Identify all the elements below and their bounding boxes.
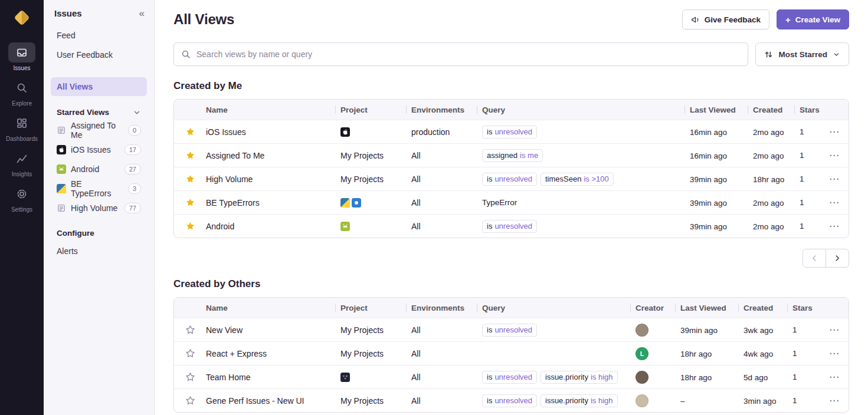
- table-row[interactable]: Assigned To Me My Projects All assignedi…: [174, 143, 849, 167]
- row-menu-button[interactable]: ⋯: [827, 322, 842, 337]
- nav-label: Issues: [14, 65, 31, 71]
- environments-cell: All: [411, 396, 482, 406]
- list-icon: [57, 203, 66, 213]
- sidebar-item-high-volume[interactable]: High Volume 77: [51, 199, 147, 217]
- sidebar-item-ios-issues[interactable]: iOS Issues 17: [51, 141, 147, 159]
- nav-issues[interactable]: Issues: [2, 42, 41, 71]
- sidebar-item-android[interactable]: Android 27: [51, 160, 147, 178]
- row-menu-button[interactable]: ⋯: [827, 148, 842, 163]
- environments-cell: All: [411, 151, 482, 160]
- next-page-button[interactable]: [826, 249, 849, 268]
- row-menu-button[interactable]: ⋯: [827, 172, 842, 186]
- org-logo[interactable]: [11, 7, 32, 28]
- row-menu-button[interactable]: ⋯: [827, 393, 842, 408]
- starred-views-section-header[interactable]: Starred Views: [51, 108, 147, 117]
- star-outline-icon: [185, 372, 195, 382]
- sidebar-item-label: All Views: [57, 82, 93, 91]
- star-toggle[interactable]: [184, 220, 196, 232]
- count-badge: 77: [125, 203, 141, 213]
- query-cell: isunresolved: [482, 324, 636, 337]
- star-toggle[interactable]: [184, 173, 196, 185]
- sidebar-item-alerts[interactable]: Alerts: [51, 242, 147, 260]
- creator-avatar: [636, 371, 648, 384]
- table-row[interactable]: High Volume My Projects All isunresolved…: [174, 167, 849, 190]
- last-viewed: 16min ago: [690, 128, 727, 137]
- star-outline-icon: [185, 325, 195, 335]
- table-header-row: Name Project Environments Query Last Vie…: [174, 100, 849, 120]
- issues-icon: [8, 42, 35, 62]
- table-row[interactable]: Team Home All isunresolved issue.priorit…: [174, 365, 849, 388]
- project-cell: My Projects: [340, 349, 411, 358]
- creator-avatar: [636, 324, 648, 337]
- row-menu-button[interactable]: ⋯: [827, 346, 842, 361]
- stars-count: 1: [800, 151, 827, 160]
- last-viewed: 39min ago: [680, 326, 718, 335]
- view-name: Assigned To Me: [206, 151, 340, 160]
- collapse-sidebar-button[interactable]: «: [139, 8, 145, 18]
- insights-icon: [8, 149, 35, 169]
- stars-count: 1: [792, 325, 827, 334]
- star-toggle[interactable]: [184, 149, 196, 162]
- view-name: BE TypeErrors: [206, 198, 340, 208]
- nav-dashboards[interactable]: Dashboards: [2, 113, 41, 142]
- button-label: Create View: [795, 15, 840, 24]
- give-feedback-button[interactable]: Give Feedback: [682, 9, 769, 29]
- nav-explore[interactable]: Explore: [2, 78, 41, 107]
- row-menu-button[interactable]: ⋯: [827, 195, 842, 210]
- nav-settings[interactable]: Settings: [2, 184, 41, 213]
- table-row[interactable]: Android All isunresolved 39min ago 2mo a…: [174, 214, 849, 238]
- table-row[interactable]: New View My Projects All isunresolved 39…: [174, 318, 849, 341]
- query-token: isunresolved: [482, 220, 537, 233]
- sidebar-item-feed[interactable]: Feed: [51, 27, 147, 44]
- sidebar-item-user-feedback[interactable]: User Feedback: [51, 46, 147, 64]
- megaphone-icon: [691, 15, 700, 24]
- view-name: Android: [206, 222, 340, 231]
- search-bar[interactable]: [173, 42, 748, 66]
- create-view-button[interactable]: + Create View: [777, 9, 849, 29]
- project-cell: My Projects: [340, 151, 411, 160]
- star-toggle[interactable]: [184, 324, 196, 336]
- table-row[interactable]: BE TypeErrors All TypeError 39min ago 2m…: [174, 190, 849, 214]
- search-input[interactable]: [196, 50, 741, 59]
- sort-dropdown[interactable]: Most Starred: [755, 42, 849, 66]
- nav-insights[interactable]: Insights: [2, 149, 41, 177]
- star-toggle[interactable]: [184, 371, 196, 383]
- count-badge: 17: [125, 144, 141, 155]
- sidebar-item-all-views[interactable]: All Views: [51, 77, 147, 96]
- star-toggle[interactable]: [184, 394, 196, 407]
- sidebar-item-assigned-to-me[interactable]: Assigned To Me 0: [51, 121, 147, 139]
- view-name: New View: [206, 325, 340, 335]
- row-menu-button[interactable]: ⋯: [827, 219, 842, 233]
- column-header: Environments: [411, 106, 482, 114]
- created-at: 2mo ago: [753, 151, 784, 160]
- column-header: Query: [482, 304, 636, 312]
- nav-label: Settings: [11, 206, 32, 213]
- sort-icon: [764, 50, 773, 59]
- query-token: issue.priorityis high: [541, 371, 618, 384]
- column-header: Stars: [792, 304, 827, 312]
- table-row[interactable]: React + Express My Projects All L 18hr a…: [174, 341, 849, 365]
- python-project-icon: [340, 198, 350, 208]
- table-row[interactable]: iOS Issues production isunresolved 16min…: [174, 120, 849, 143]
- sidebar-item-label: iOS Issues: [71, 145, 111, 154]
- sort-label: Most Starred: [778, 50, 827, 59]
- star-toggle[interactable]: [184, 126, 196, 138]
- last-viewed: –: [680, 397, 685, 406]
- last-viewed: 39min ago: [690, 199, 727, 208]
- row-menu-button[interactable]: ⋯: [827, 370, 842, 384]
- row-menu-button[interactable]: ⋯: [827, 124, 842, 139]
- dashboards-icon: [8, 113, 35, 133]
- created-at: 5d ago: [743, 373, 768, 382]
- star-filled-icon: [185, 150, 195, 160]
- query-token: isunresolved: [482, 324, 537, 337]
- creator-avatar: [636, 394, 648, 407]
- star-toggle[interactable]: [184, 196, 196, 209]
- created-by-me-title: Created by Me: [173, 80, 849, 92]
- sidebar-item-be-typeerrors[interactable]: BE TypeErrors 3: [51, 180, 147, 197]
- view-name: Gene Perf Issues - New UI: [206, 396, 340, 406]
- star-toggle[interactable]: [184, 347, 196, 360]
- table-row[interactable]: Gene Perf Issues - New UI My Projects Al…: [174, 388, 849, 412]
- query-cell: isunresolved timesSeenis >100: [482, 173, 690, 186]
- pagination: [173, 249, 849, 268]
- prev-page-button[interactable]: [803, 249, 826, 268]
